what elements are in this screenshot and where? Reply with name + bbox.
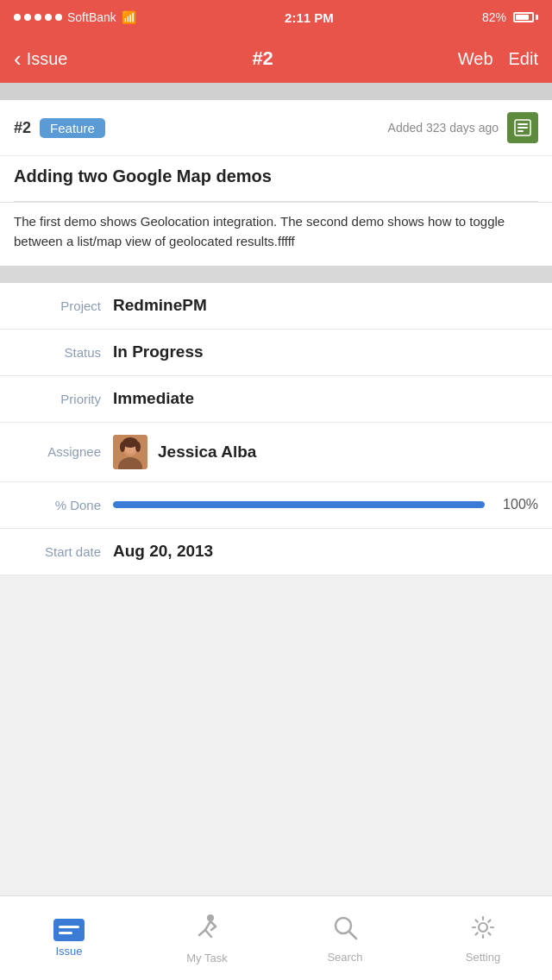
priority-value: Immediate: [113, 389, 538, 408]
back-label: Issue: [27, 49, 68, 69]
start-date-value: Aug 20, 2013: [113, 542, 538, 561]
svg-point-9: [120, 442, 125, 452]
svg-point-19: [479, 923, 487, 932]
percent-done-label: % Done: [14, 498, 113, 512]
status-label: Status: [14, 345, 113, 360]
status-left: SoftBank 📶: [14, 10, 136, 24]
start-date-row: Start date Aug 20, 2013: [0, 529, 552, 575]
issue-tab-icon: [53, 919, 85, 941]
progress-bar-fill: [113, 501, 485, 508]
issue-title: Adding two Google Map demos: [14, 165, 538, 187]
tab-setting-label: Setting: [466, 951, 500, 964]
issue-description: The first demo shows Geolocation integra…: [14, 211, 538, 252]
status-row: Status In Progress: [0, 330, 552, 376]
avatar: [113, 435, 147, 469]
priority-row: Priority Immediate: [0, 376, 552, 423]
signal-dot-1: [14, 14, 21, 21]
feature-tag: Feature: [40, 118, 105, 138]
added-ago-label: Added 323 days ago: [388, 121, 499, 135]
mytask-icon: [192, 913, 222, 948]
tab-setting[interactable]: Setting: [414, 896, 552, 980]
svg-point-10: [135, 442, 141, 452]
svg-rect-3: [518, 130, 524, 132]
project-row: Project RedminePM: [0, 283, 552, 330]
svg-line-18: [349, 932, 356, 939]
issue-header-row: #2 Feature Added 323 days ago: [0, 100, 552, 155]
issue-number: #2: [14, 119, 31, 137]
svg-line-16: [211, 927, 216, 930]
middle-separator: [0, 266, 552, 283]
tab-mytask[interactable]: My Task: [138, 896, 276, 980]
issue-type-icon: [507, 112, 538, 143]
svg-rect-2: [518, 127, 528, 129]
tab-search[interactable]: Search: [276, 896, 414, 980]
back-button[interactable]: ‹ Issue: [14, 47, 67, 70]
svg-line-15: [210, 921, 216, 927]
issue-number-badge: #2 Feature: [14, 118, 105, 138]
svg-line-13: [199, 930, 205, 935]
status-bar: SoftBank 📶 2:11 PM 82%: [0, 0, 552, 35]
edit-button[interactable]: Edit: [509, 49, 538, 69]
tab-mytask-label: My Task: [186, 952, 227, 964]
battery-percent: 82%: [482, 10, 506, 24]
signal-dot-2: [24, 14, 31, 21]
nav-actions: Web Edit: [458, 49, 538, 69]
tab-issue-label: Issue: [55, 945, 82, 958]
percent-done-row: % Done 100%: [0, 482, 552, 529]
project-label: Project: [14, 298, 113, 313]
progress-bar-background: [113, 501, 485, 508]
chevron-left-icon: ‹: [14, 47, 22, 70]
gear-icon: [469, 914, 497, 947]
battery-icon: [513, 12, 538, 22]
tab-issue[interactable]: Issue: [0, 896, 138, 980]
percent-done-value: 100%: [495, 497, 538, 512]
assignee-row: Assignee Jessica Alba: [0, 423, 552, 482]
details-section: Project RedminePM Status In Progress Pri…: [0, 283, 552, 575]
svg-rect-1: [518, 123, 528, 125]
tab-icon-line-1: [59, 926, 79, 928]
issue-meta: Added 323 days ago: [388, 112, 538, 143]
status-right: 82%: [482, 10, 538, 24]
status-value: In Progress: [113, 342, 538, 361]
assignee-name: Jessica Alba: [158, 443, 256, 462]
signal-dot-4: [45, 14, 52, 21]
signal-dots: [14, 14, 62, 21]
project-value: RedminePM: [113, 296, 538, 315]
signal-dot-5: [55, 14, 62, 21]
nav-bar: ‹ Issue #2 Web Edit: [0, 35, 552, 83]
nav-title: #2: [252, 47, 273, 70]
search-icon: [331, 914, 359, 947]
tab-search-label: Search: [327, 951, 362, 964]
assignee-label: Assignee: [14, 444, 113, 459]
issue-description-section: The first demo shows Geolocation integra…: [0, 202, 552, 266]
top-separator: [0, 83, 552, 100]
status-time: 2:11 PM: [285, 10, 334, 25]
signal-dot-3: [34, 14, 41, 21]
svg-line-14: [205, 930, 211, 937]
wifi-icon: 📶: [122, 10, 136, 24]
tab-icon-line-2: [59, 932, 72, 934]
tab-bar: Issue My Task Search: [0, 895, 552, 980]
start-date-label: Start date: [14, 544, 113, 559]
carrier-label: SoftBank: [67, 10, 116, 24]
web-button[interactable]: Web: [458, 49, 493, 69]
priority-label: Priority: [14, 392, 113, 406]
svg-line-12: [205, 921, 210, 930]
assignee-value: Jessica Alba: [113, 435, 538, 469]
avatar-image: [113, 435, 147, 469]
issue-title-section: Adding two Google Map demos: [0, 155, 552, 201]
progress-container: 100%: [113, 497, 538, 512]
